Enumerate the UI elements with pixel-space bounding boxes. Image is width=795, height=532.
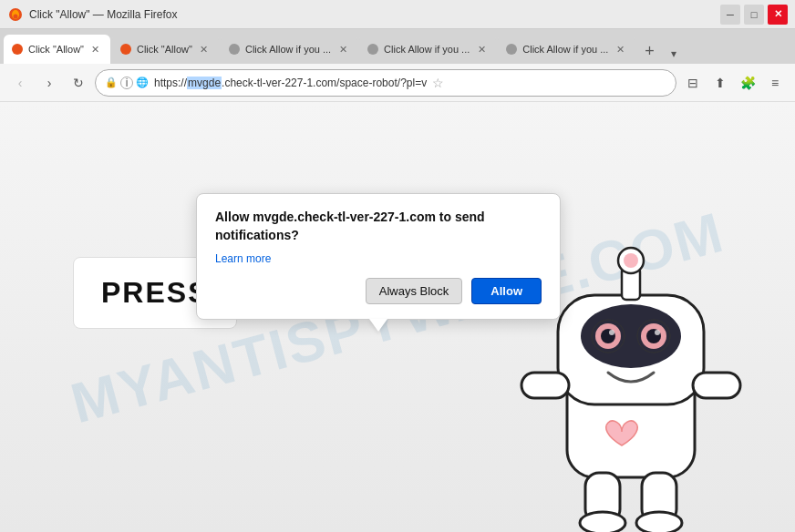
tab-title-3: Click Allow if you ... — [245, 44, 331, 55]
svg-point-7 — [506, 44, 517, 55]
minimize-button[interactable]: ─ — [720, 5, 740, 25]
svg-point-4 — [120, 44, 131, 55]
svg-point-6 — [367, 44, 378, 55]
info-icon: i — [120, 77, 133, 89]
tab-4[interactable]: Click Allow if you ... ✕ — [359, 35, 496, 64]
urlbar[interactable]: 🔒 i 🌐 https://mvgde.check-tl-ver-227-1.c… — [95, 69, 676, 97]
svg-point-27 — [580, 512, 625, 532]
tab-favicon-4 — [367, 43, 379, 56]
tab-close-3[interactable]: ✕ — [336, 42, 350, 56]
tab-title-4: Click Allow if you ... — [384, 44, 470, 55]
urlbar-icons: 🔒 i 🌐 — [105, 77, 149, 89]
lock-icon: 🔒 — [105, 77, 118, 88]
tab-1[interactable]: Click "Allow" ✕ — [4, 35, 110, 64]
tab-5[interactable]: Click Allow if you ... ✕ — [498, 35, 635, 64]
tab-favicon-1 — [11, 43, 24, 56]
popup-title: Allow mvgde.check-tl-ver-227-1.com to se… — [215, 209, 542, 244]
press-text: PRESS — [101, 276, 209, 310]
sync-button[interactable]: ⬆ — [707, 70, 733, 96]
tab-3[interactable]: Click Allow if you ... ✕ — [221, 35, 357, 64]
tabbar: Click "Allow" ✕ Click "Allow" ✕ Click Al… — [0, 29, 795, 64]
maximize-button[interactable]: □ — [744, 5, 764, 25]
svg-point-22 — [655, 330, 660, 335]
tab-close-5[interactable]: ✕ — [613, 42, 627, 56]
main-content: MYANTISPYWARE.COM PRESS Allow mvgde.chec… — [0, 102, 795, 532]
firefox-icon — [7, 6, 24, 23]
titlebar: Click "Allow" — Mozilla Firefox ─ □ ✕ — [0, 0, 795, 29]
tab-favicon-2 — [119, 43, 132, 56]
globe-icon: 🌐 — [136, 77, 149, 88]
svg-point-13 — [624, 253, 638, 268]
url-highlighted: mvgde — [187, 77, 222, 89]
titlebar-left: Click "Allow" — Mozilla Firefox — [7, 6, 178, 23]
svg-point-5 — [229, 44, 240, 55]
popup-buttons: Always Block Allow — [215, 278, 542, 304]
tab-dropdown-button[interactable]: ▾ — [664, 44, 684, 64]
new-tab-button[interactable]: + — [636, 38, 662, 64]
tab-favicon-3 — [228, 43, 241, 56]
always-block-button[interactable]: Always Block — [366, 278, 463, 304]
tab-title-5: Click Allow if you ... — [522, 44, 608, 55]
tab-2[interactable]: Click "Allow" ✕ — [112, 35, 219, 64]
titlebar-controls: ─ □ ✕ — [720, 5, 788, 25]
navbar-right: ⊟ ⬆ 🧩 ≡ — [680, 70, 788, 96]
url-display: https://mvgde.check-tl-ver-227-1.com/spa… — [154, 77, 427, 89]
allow-button[interactable]: Allow — [471, 278, 542, 304]
tab-title-1: Click "Allow" — [28, 44, 84, 55]
svg-point-28 — [636, 512, 682, 532]
back-button[interactable]: ‹ — [7, 70, 33, 96]
reload-button[interactable]: ↻ — [66, 70, 91, 96]
tab-close-4[interactable]: ✕ — [474, 42, 489, 56]
titlebar-title: Click "Allow" — Mozilla Firefox — [29, 8, 178, 21]
svg-rect-23 — [521, 373, 569, 398]
extensions-button[interactable]: 🧩 — [735, 70, 760, 96]
svg-point-18 — [609, 330, 614, 335]
forward-button[interactable]: › — [36, 70, 62, 96]
tab-title-2: Click "Allow" — [137, 44, 192, 55]
tab-favicon-5 — [505, 43, 518, 56]
svg-rect-24 — [693, 373, 740, 398]
notification-popup: Allow mvgde.check-tl-ver-227-1.com to se… — [196, 193, 561, 320]
svg-point-2 — [14, 14, 18, 18]
bookmarks-button[interactable]: ⊟ — [680, 70, 706, 96]
star-button[interactable]: ☆ — [432, 76, 444, 90]
svg-point-3 — [12, 44, 23, 55]
tab-close-2[interactable]: ✕ — [197, 42, 212, 56]
tab-close-1[interactable]: ✕ — [88, 42, 103, 56]
close-button[interactable]: ✕ — [768, 5, 788, 25]
navbar: ‹ › ↻ 🔒 i 🌐 https://mvgde.check-tl-ver-2… — [0, 64, 795, 102]
more-button[interactable]: ≡ — [762, 70, 788, 96]
learn-more-link[interactable]: Learn more — [215, 252, 271, 265]
